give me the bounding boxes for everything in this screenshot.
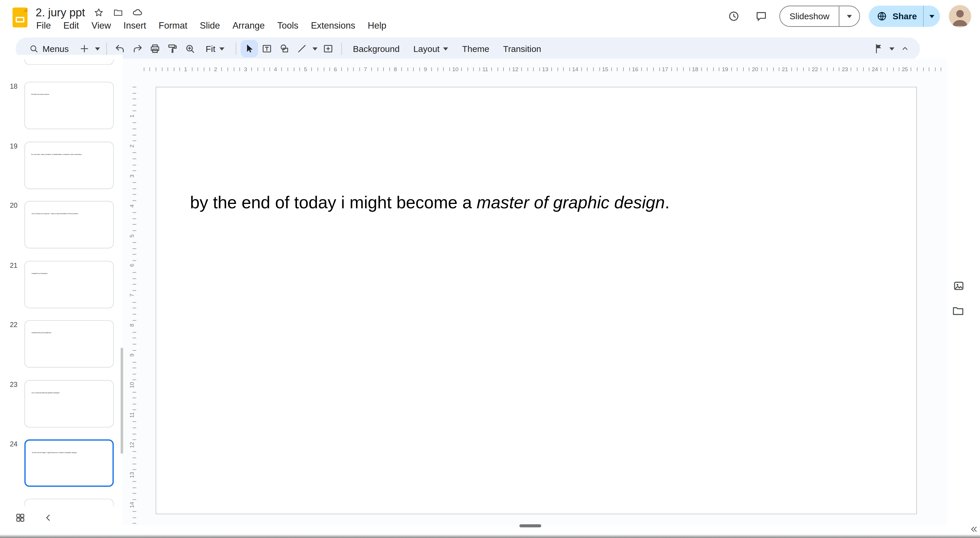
ruler-tick (839, 67, 840, 71)
slide-number: 18 (4, 82, 18, 90)
ruler-number: 2 (129, 141, 135, 151)
menu-insert[interactable]: Insert (121, 20, 148, 31)
slideshow-options-caret[interactable] (840, 6, 859, 26)
text-box-button[interactable] (258, 40, 275, 57)
ruler-tick (827, 67, 827, 71)
slide-body-text[interactable]: by the end of today i might become a mas… (190, 192, 670, 214)
share-button[interactable]: Share (869, 6, 923, 27)
grid-view-icon (14, 512, 25, 522)
slide-thumbnail-partial-bottom[interactable] (24, 498, 114, 506)
menu-help[interactable]: Help (366, 20, 388, 31)
pen-tool-caret[interactable] (888, 40, 896, 57)
ruler-number: 11 (129, 410, 135, 420)
move-folder-icon[interactable] (113, 7, 124, 18)
line-options-caret[interactable] (310, 40, 319, 57)
slide-row-19: 19for one year i was a student, a headma… (0, 142, 123, 189)
ruler-tick (341, 67, 342, 71)
share-options-caret[interactable] (924, 6, 940, 27)
ruler-number: 2 (214, 62, 217, 76)
collapse-filmstrip-button[interactable] (37, 506, 59, 528)
slide-thumbnail-20[interactable]: i do not have an outcome. i have a docum… (24, 201, 114, 249)
grid-view-button[interactable] (9, 506, 31, 528)
ruler-tick (743, 67, 743, 71)
theme-button[interactable]: Theme (455, 40, 496, 57)
filmstrip-scrollbar[interactable] (121, 348, 123, 454)
ruler-tick (228, 67, 228, 71)
slide-thumbnail-21[interactable]: i shaped my education. (24, 261, 114, 308)
insert-image-side-button[interactable] (946, 273, 971, 298)
document-title[interactable]: 2. jury ppt (36, 6, 85, 19)
redo-button[interactable] (129, 40, 146, 57)
menu-file[interactable]: File (35, 20, 53, 31)
slide-thumbnail-19[interactable]: for one year i was a student, a headmast… (24, 142, 114, 189)
insert-placeholder-button[interactable] (319, 40, 337, 57)
menu-view[interactable]: View (90, 20, 113, 31)
ruler-number: 9 (129, 350, 135, 360)
layout-button[interactable]: Layout (406, 40, 455, 57)
ruler-tick (360, 67, 360, 71)
horizontal-ruler[interactable]: 1234567891011121314151617181920212223242… (139, 62, 948, 76)
menu-edit[interactable]: Edit (62, 20, 81, 31)
slide-canvas[interactable]: by the end of today i might become a mas… (156, 87, 917, 514)
slides-logo-icon[interactable] (13, 8, 27, 27)
pen-tool-button[interactable] (870, 40, 888, 57)
background-button[interactable]: Background (346, 40, 406, 57)
ruler-tick (683, 67, 684, 71)
star-icon[interactable] (93, 7, 105, 18)
horizontal-scrollbar-thumb[interactable] (520, 524, 541, 527)
toolbar: Menus Fit (16, 37, 920, 60)
account-avatar[interactable] (949, 5, 971, 27)
ruler-tick (761, 67, 762, 71)
paint-format-button[interactable] (164, 40, 181, 57)
insert-line-button[interactable] (293, 40, 310, 57)
menu-extensions[interactable]: Extensions (309, 20, 357, 31)
ruler-number: 12 (129, 440, 135, 450)
ruler-tick (929, 67, 929, 71)
slide-thumbnail-23[interactable]: i am a self-proclaimed graphic designer. (24, 380, 114, 428)
version-history-icon[interactable] (724, 7, 743, 26)
comments-icon[interactable] (752, 7, 771, 26)
select-tool-button[interactable] (240, 40, 258, 57)
cloud-status-icon[interactable] (132, 7, 143, 18)
insert-shape-button[interactable] (275, 40, 293, 57)
slide-thumbnail-22[interactable]: i questioned post-academia. (24, 320, 114, 368)
redo-icon (132, 43, 143, 54)
ruler-tick (689, 67, 690, 71)
ruler-tick (132, 248, 136, 249)
ruler-tick (797, 67, 797, 71)
transition-button[interactable]: Transition (496, 40, 548, 57)
ruler-tick (132, 403, 136, 404)
globe-icon (877, 11, 888, 22)
ruler-number: 19 (722, 62, 728, 76)
print-button[interactable] (146, 40, 164, 57)
zoom-level-dropdown[interactable]: Fit (199, 40, 231, 57)
vertical-ruler[interactable]: 1234567891011121314 (127, 81, 137, 525)
hide-toolbar-button[interactable] (896, 40, 914, 57)
cursor-arrow-icon (243, 43, 255, 54)
ruler-number: 17 (662, 62, 668, 76)
thumbnail-text: for one year i was a student, a headmast… (31, 154, 110, 156)
ruler-tick (132, 165, 136, 165)
ruler-tick (258, 67, 258, 71)
slide-text-regular: by the end of today i might become a (190, 193, 477, 212)
slide-thumbnail-partial-top[interactable] (24, 59, 114, 65)
ruler-tick (323, 67, 324, 71)
folder-side-button[interactable] (945, 298, 970, 324)
menu-format[interactable]: Format (157, 20, 189, 31)
ruler-tick (731, 67, 732, 71)
zoom-button[interactable] (181, 40, 199, 57)
slide-thumbnail-24[interactable]: by the end of today i might become a mas… (24, 440, 114, 487)
slide-row-23: 23i am a self-proclaimed graphic designe… (0, 380, 123, 428)
menu-arrange[interactable]: Arrange (231, 20, 267, 31)
ruler-tick (132, 272, 136, 273)
menu-tools[interactable]: Tools (275, 20, 300, 31)
slide-number: 22 (4, 321, 18, 329)
menu-slide[interactable]: Slide (198, 20, 222, 31)
slideshow-button[interactable]: Slideshow (780, 6, 839, 26)
ruler-tick (132, 152, 136, 153)
ruler-number: 4 (274, 62, 277, 76)
collapse-panel-button[interactable] (969, 524, 980, 534)
ruler-tick (132, 314, 136, 314)
slide-thumbnail-18[interactable]: the files are open source. (24, 82, 114, 129)
pointer-flag-icon (873, 43, 885, 54)
